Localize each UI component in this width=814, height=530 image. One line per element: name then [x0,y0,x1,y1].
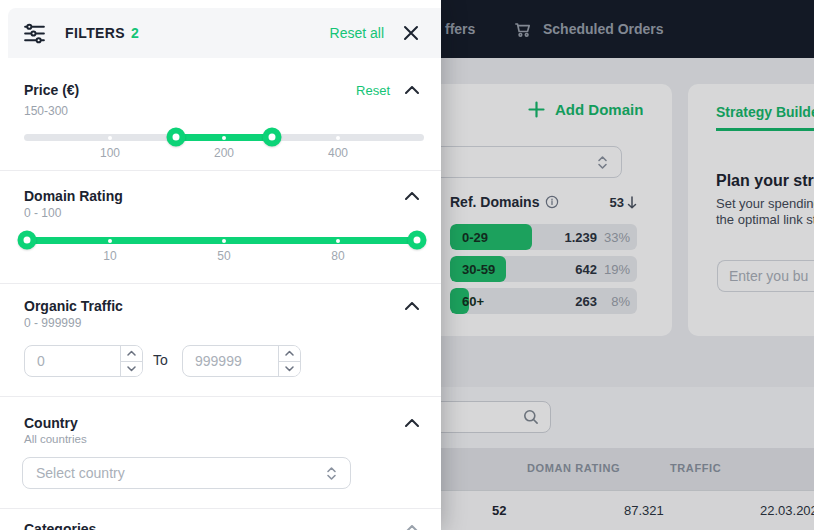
country-collapse-chevron-up-icon[interactable] [405,419,419,427]
categories-collapse-chevron-icon[interactable] [405,525,419,530]
tick-label: 80 [316,249,360,263]
slider-tick [336,136,340,140]
section-divider [0,283,441,284]
stepper-down-icon[interactable] [121,362,142,377]
country-section-title: Country [24,415,78,431]
price-section-title: Price (€) [24,82,79,98]
slider-tick [108,239,112,243]
price-max-handle[interactable] [263,128,282,147]
slider-tick [108,136,112,140]
filters-drawer: FILTERS 2 Reset all Price (€) Reset 150-… [0,0,441,530]
domain-rating-min-handle[interactable] [18,231,37,250]
price-range-value: 150-300 [24,104,68,118]
traffic-max-input[interactable] [183,346,278,376]
domain-rating-collapse-chevron-up-icon[interactable] [405,192,419,200]
domain-rating-range-value: 0 - 100 [24,206,61,220]
tick-label: 10 [88,249,132,263]
stepper-up-icon[interactable] [279,346,300,362]
tick-label: 400 [316,146,360,160]
stepper-controls [120,346,142,376]
domain-rating-slider [24,231,424,249]
section-divider [0,396,441,397]
app-screen: ffers Scheduled Orders Add Domain [0,0,814,530]
unfold-icon [326,466,337,481]
tick-label: 50 [202,249,246,263]
price-slider [24,128,424,146]
filters-title: FILTERS [65,25,125,41]
reset-all-button[interactable]: Reset all [330,25,384,41]
section-divider [0,170,441,171]
section-divider [0,508,441,509]
stepper-controls [278,346,300,376]
stepper-down-icon[interactable] [279,362,300,377]
filters-icon [22,21,47,46]
traffic-min-input[interactable] [25,346,120,376]
slider-tick [222,239,226,243]
country-select[interactable]: Select country [22,457,351,489]
organic-traffic-collapse-chevron-up-icon[interactable] [405,302,419,310]
organic-traffic-section-title: Organic Traffic [24,298,123,314]
domain-rating-section-title: Domain Rating [24,188,123,204]
country-subtitle: All countries [24,433,87,445]
filters-header: FILTERS 2 Reset all [8,8,441,58]
close-icon[interactable] [401,23,421,43]
filters-active-count: 2 [131,25,139,41]
price-collapse-chevron-up-icon[interactable] [405,86,419,94]
stepper-up-icon[interactable] [121,346,142,362]
categories-section-title: Categories [24,521,96,530]
slider-tick [222,136,226,140]
slider-tick [336,239,340,243]
organic-traffic-range-value: 0 - 999999 [24,316,81,330]
domain-rating-max-handle[interactable] [407,231,426,250]
domain-rating-tick-labels: 10 50 80 [24,249,424,263]
traffic-min-stepper [24,345,143,377]
tick-label: 100 [88,146,132,160]
tick-label: 200 [202,146,246,160]
to-label: To [153,352,168,368]
price-tick-labels: 100 200 400 [24,146,424,160]
price-reset-button[interactable]: Reset [356,83,390,98]
price-min-handle[interactable] [167,128,186,147]
traffic-max-stepper [182,345,301,377]
country-select-placeholder: Select country [36,465,326,481]
